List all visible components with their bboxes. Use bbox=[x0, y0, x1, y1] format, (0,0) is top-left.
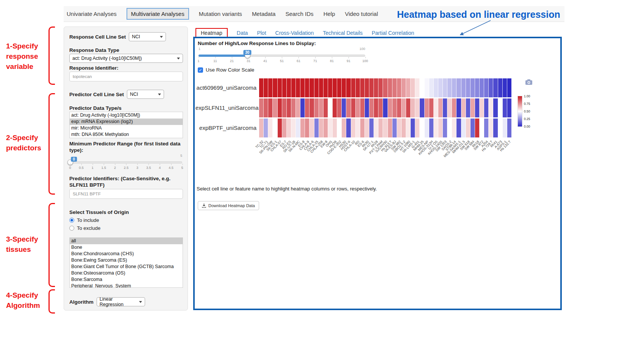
algorithm-label: Algorithm bbox=[69, 299, 94, 305]
legend-tick-label: 1.00 bbox=[524, 94, 530, 98]
predictor-identifiers-input[interactable] bbox=[69, 189, 183, 199]
heatmap-cell bbox=[411, 78, 415, 97]
response-lines-slider[interactable]: 1 100 30 1112131415161718191100 bbox=[199, 47, 365, 64]
predictor-data-type-option[interactable]: mir: MicroRNA bbox=[70, 125, 183, 131]
heatmap-cell bbox=[278, 78, 282, 97]
nav-item-video-tutorial[interactable]: Video tutorial bbox=[345, 11, 378, 17]
heatmap-cell bbox=[324, 98, 328, 117]
nav-item-search-ids[interactable]: Search IDs bbox=[285, 11, 313, 17]
heatmap-cell bbox=[475, 119, 480, 137]
slider-tick-label: 0 bbox=[69, 166, 71, 170]
tab-cross-validation[interactable]: Cross-Validation bbox=[275, 30, 314, 36]
annotation-step1-line: response bbox=[6, 51, 38, 61]
heatmap-cell bbox=[493, 98, 498, 117]
heatmap-cell bbox=[434, 119, 438, 137]
annotation-bracket-3 bbox=[48, 203, 55, 287]
heatmap-cell bbox=[337, 98, 342, 117]
heatmap-cell bbox=[365, 78, 369, 97]
tab-data[interactable]: Data bbox=[237, 30, 248, 36]
heatmap-cell bbox=[406, 98, 411, 117]
predictor-data-type-listbox[interactable]: act: Drug Activity (-log10[IC50M])exp: m… bbox=[69, 112, 183, 138]
response-identifier-input[interactable] bbox=[69, 72, 183, 81]
heatmap-cell bbox=[374, 119, 378, 137]
heatmap-cell bbox=[480, 98, 484, 117]
heatmap-cell bbox=[360, 98, 365, 117]
tissue-option[interactable]: Bone bbox=[70, 244, 183, 251]
heatmap-cell bbox=[342, 78, 346, 97]
slider-tick-label: 1 bbox=[92, 166, 94, 170]
heatmap-cell bbox=[420, 78, 424, 97]
tissue-exclude-radio[interactable]: To exclude bbox=[69, 225, 100, 231]
tissue-option[interactable]: Bone:Chondrosarcoma (CHS) bbox=[70, 251, 183, 257]
slider-tick-label: 71 bbox=[313, 59, 317, 63]
camera-icon[interactable] bbox=[525, 79, 533, 85]
heatmap-row-label[interactable]: expBPTF_uniSarcoma bbox=[195, 119, 259, 137]
annotation-step3-line: 3-Specify bbox=[6, 234, 38, 244]
heatmap-cell bbox=[470, 78, 475, 97]
heatmap-row-label[interactable]: expSLFN11_uniSarcoma bbox=[195, 98, 259, 117]
nav-item-metadata[interactable]: Metadata bbox=[252, 11, 276, 17]
slider-tick-label: 31 bbox=[247, 59, 250, 63]
heatmap-cell bbox=[282, 78, 287, 97]
chevron-down-icon bbox=[177, 58, 180, 59]
tissue-option[interactable]: Bone:Sarcoma bbox=[70, 276, 183, 283]
tissue-option[interactable]: Peripheral_Nervous_System bbox=[70, 283, 183, 288]
slider-value-bubble: 30 bbox=[243, 50, 251, 55]
annotation-step1-line: variable bbox=[6, 61, 38, 72]
heatmap-cell bbox=[438, 78, 443, 97]
heatmap-row-cells bbox=[259, 78, 511, 97]
response-cell-line-set-value: NCI bbox=[132, 34, 140, 39]
heatmap-cell bbox=[470, 119, 475, 137]
download-heatmap-data-button[interactable]: Download Heatmap Data bbox=[198, 201, 259, 210]
nav-item-help[interactable]: Help bbox=[324, 11, 335, 17]
tissue-option[interactable]: Bone:Ewing Sarcoma (ES) bbox=[70, 257, 183, 264]
heatmap-cell bbox=[498, 98, 503, 117]
predictor-data-type-option[interactable]: mth: DNA 850K Methylation bbox=[70, 131, 183, 138]
tab-plot[interactable]: Plot bbox=[257, 30, 266, 36]
heatmap-row-label[interactable]: act609699_uniSarcoma bbox=[195, 78, 259, 97]
heatmap-cell bbox=[309, 78, 314, 97]
heatmap-cell bbox=[300, 78, 305, 97]
tissue-option[interactable]: all bbox=[70, 238, 183, 244]
heatmap-cell bbox=[447, 119, 452, 137]
nav-item-univariate-analyses[interactable]: Univariate Analyses bbox=[67, 11, 117, 17]
chevron-down-icon bbox=[139, 301, 142, 303]
slider-tick-label: 5 bbox=[181, 166, 183, 170]
heatmap-cell bbox=[356, 98, 360, 117]
tissue-include-radio[interactable]: To include bbox=[69, 217, 99, 223]
tissue-include-label: To include bbox=[77, 217, 99, 223]
heatmap-cell bbox=[360, 78, 365, 97]
nav-item-mutation-variants[interactable]: Mutation variants bbox=[199, 11, 242, 17]
algorithm-select[interactable]: Linear Regression bbox=[97, 297, 145, 306]
response-cell-line-set-select[interactable]: NCI bbox=[129, 32, 166, 41]
response-data-type-value: act: Drug Activity (-log10[IC50M]) bbox=[72, 56, 142, 61]
heatmap-cell bbox=[268, 119, 273, 137]
predictor-cell-line-set-select[interactable]: NCI bbox=[127, 90, 164, 99]
heatmap-cell bbox=[374, 98, 378, 117]
radio-selected-icon bbox=[69, 218, 74, 223]
annotation-step1-line: 1-Specify bbox=[6, 41, 38, 51]
tissue-option[interactable]: Bone:Osteosarcoma (OS) bbox=[70, 270, 183, 276]
legend-tick-label: 0.50 bbox=[524, 109, 530, 113]
predictor-data-type-option[interactable]: act: Drug Activity (-log10[IC50M]) bbox=[70, 112, 183, 119]
tissue-option[interactable]: Bone:Giant Cell Tumor of Bone (GCTB) Sar… bbox=[70, 264, 183, 270]
heatmap-cell bbox=[484, 78, 489, 97]
nav-item-multivariate-analyses[interactable]: Multivariate Analyses bbox=[127, 8, 189, 20]
slider-ticks: 1112131415161718191100 bbox=[199, 59, 365, 64]
response-data-type-select[interactable]: act: Drug Activity (-log10[IC50M]) bbox=[69, 54, 183, 63]
predictor-identifiers-label: Predictor Identifiers: (Case-Sensitive, … bbox=[69, 175, 183, 188]
predictor-data-type-option[interactable]: exp: mRNA Expression (log2) bbox=[70, 119, 183, 125]
tab-technical-details[interactable]: Technical Details bbox=[323, 30, 363, 36]
heatmap-cell bbox=[425, 98, 429, 117]
predictor-data-types-label: Predictor Data Type/s bbox=[69, 105, 122, 111]
heatmap-cell bbox=[480, 119, 484, 137]
heatmap-cell bbox=[268, 98, 273, 117]
tissue-listbox[interactable]: allBoneBone:Chondrosarcoma (CHS)Bone:Ewi… bbox=[69, 237, 183, 288]
heatmap-cell bbox=[420, 119, 424, 137]
row-color-scale-checkbox[interactable]: ✓ bbox=[198, 67, 203, 73]
heatmap-cell bbox=[489, 78, 493, 97]
min-predictor-range-slider[interactable]: 0 5 0 00.511.522.533.544.55 bbox=[70, 153, 182, 171]
heatmap-cell bbox=[452, 98, 456, 117]
tab-partial-correlation[interactable]: Partial Correlation bbox=[372, 30, 414, 36]
heatmap-cell bbox=[264, 119, 268, 137]
